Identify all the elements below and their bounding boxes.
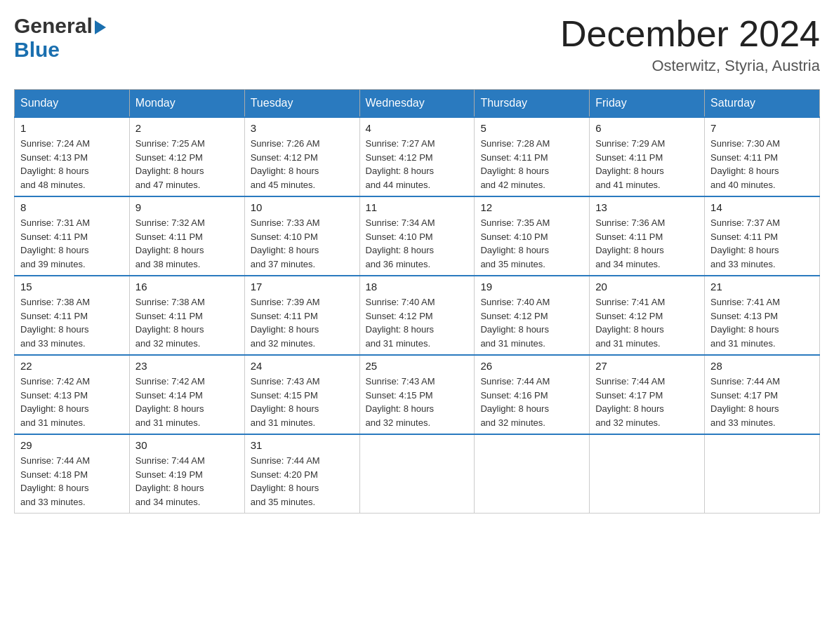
calendar-cell: 29 Sunrise: 7:44 AM Sunset: 4:18 PM Dayl…	[15, 434, 130, 514]
day-info: Sunrise: 7:41 AM Sunset: 4:12 PM Dayligh…	[595, 295, 699, 350]
week-row-4: 22 Sunrise: 7:42 AM Sunset: 4:13 PM Dayl…	[15, 355, 820, 434]
week-row-3: 15 Sunrise: 7:38 AM Sunset: 4:11 PM Dayl…	[15, 276, 820, 355]
day-number: 9	[135, 201, 239, 213]
day-info: Sunrise: 7:37 AM Sunset: 4:11 PM Dayligh…	[710, 216, 814, 271]
calendar-cell: 30 Sunrise: 7:44 AM Sunset: 4:19 PM Dayl…	[129, 434, 244, 514]
week-row-1: 1 Sunrise: 7:24 AM Sunset: 4:13 PM Dayli…	[15, 117, 820, 196]
calendar-cell: 3 Sunrise: 7:26 AM Sunset: 4:12 PM Dayli…	[244, 117, 359, 196]
day-info: Sunrise: 7:41 AM Sunset: 4:13 PM Dayligh…	[710, 295, 814, 350]
header-wednesday: Wednesday	[359, 90, 475, 118]
day-info: Sunrise: 7:25 AM Sunset: 4:12 PM Dayligh…	[135, 137, 239, 192]
day-number: 14	[710, 201, 814, 213]
day-number: 26	[480, 360, 583, 372]
calendar-cell: 13 Sunrise: 7:36 AM Sunset: 4:11 PM Dayl…	[590, 196, 705, 276]
day-number: 8	[20, 201, 124, 213]
logo: General Blue	[14, 14, 106, 62]
day-info: Sunrise: 7:40 AM Sunset: 4:12 PM Dayligh…	[480, 295, 583, 350]
day-number: 22	[20, 360, 124, 372]
day-info: Sunrise: 7:30 AM Sunset: 4:11 PM Dayligh…	[710, 137, 814, 192]
day-number: 17	[251, 281, 354, 293]
day-number: 12	[480, 201, 583, 213]
day-info: Sunrise: 7:36 AM Sunset: 4:11 PM Dayligh…	[595, 216, 699, 271]
calendar-cell: 16 Sunrise: 7:38 AM Sunset: 4:11 PM Dayl…	[129, 276, 244, 355]
day-number: 27	[595, 360, 699, 372]
calendar-cell: 10 Sunrise: 7:33 AM Sunset: 4:10 PM Dayl…	[244, 196, 359, 276]
calendar-table: SundayMondayTuesdayWednesdayThursdayFrid…	[14, 89, 820, 514]
day-info: Sunrise: 7:44 AM Sunset: 4:19 PM Dayligh…	[135, 454, 239, 509]
page-header: General Blue December 2024 Osterwitz, St…	[14, 14, 820, 75]
calendar-cell: 26 Sunrise: 7:44 AM Sunset: 4:16 PM Dayl…	[475, 355, 590, 434]
logo-general: General	[14, 14, 93, 38]
day-info: Sunrise: 7:40 AM Sunset: 4:12 PM Dayligh…	[366, 295, 469, 350]
calendar-cell: 2 Sunrise: 7:25 AM Sunset: 4:12 PM Dayli…	[129, 117, 244, 196]
logo-arrow-icon	[95, 20, 106, 34]
day-number: 21	[710, 281, 814, 293]
location-title: Osterwitz, Styria, Austria	[560, 57, 820, 75]
calendar-cell: 12 Sunrise: 7:35 AM Sunset: 4:10 PM Dayl…	[475, 196, 590, 276]
day-info: Sunrise: 7:42 AM Sunset: 4:14 PM Dayligh…	[135, 375, 239, 429]
day-info: Sunrise: 7:43 AM Sunset: 4:15 PM Dayligh…	[251, 375, 354, 429]
day-number: 11	[366, 201, 469, 213]
title-section: December 2024 Osterwitz, Styria, Austria	[560, 14, 820, 75]
day-number: 19	[480, 281, 583, 293]
day-number: 2	[135, 122, 239, 134]
calendar-cell: 25 Sunrise: 7:43 AM Sunset: 4:15 PM Dayl…	[359, 355, 475, 434]
day-info: Sunrise: 7:35 AM Sunset: 4:10 PM Dayligh…	[480, 216, 583, 271]
calendar-cell: 5 Sunrise: 7:28 AM Sunset: 4:11 PM Dayli…	[475, 117, 590, 196]
day-info: Sunrise: 7:42 AM Sunset: 4:13 PM Dayligh…	[20, 375, 124, 429]
day-info: Sunrise: 7:24 AM Sunset: 4:13 PM Dayligh…	[20, 137, 124, 192]
day-info: Sunrise: 7:34 AM Sunset: 4:10 PM Dayligh…	[366, 216, 469, 271]
calendar-cell	[475, 434, 590, 514]
day-info: Sunrise: 7:38 AM Sunset: 4:11 PM Dayligh…	[20, 295, 124, 350]
day-number: 23	[135, 360, 239, 372]
day-number: 1	[20, 122, 124, 134]
day-info: Sunrise: 7:27 AM Sunset: 4:12 PM Dayligh…	[366, 137, 469, 192]
calendar-cell: 11 Sunrise: 7:34 AM Sunset: 4:10 PM Dayl…	[359, 196, 475, 276]
day-info: Sunrise: 7:38 AM Sunset: 4:11 PM Dayligh…	[135, 295, 239, 350]
week-row-2: 8 Sunrise: 7:31 AM Sunset: 4:11 PM Dayli…	[15, 196, 820, 276]
calendar-cell: 22 Sunrise: 7:42 AM Sunset: 4:13 PM Dayl…	[15, 355, 130, 434]
day-number: 6	[595, 122, 699, 134]
calendar-cell: 23 Sunrise: 7:42 AM Sunset: 4:14 PM Dayl…	[129, 355, 244, 434]
header-tuesday: Tuesday	[244, 90, 359, 118]
calendar-cell: 6 Sunrise: 7:29 AM Sunset: 4:11 PM Dayli…	[590, 117, 705, 196]
day-number: 31	[251, 439, 354, 451]
calendar-cell	[590, 434, 705, 514]
calendar-cell	[359, 434, 475, 514]
day-number: 30	[135, 439, 239, 451]
calendar-cell	[705, 434, 820, 514]
day-info: Sunrise: 7:26 AM Sunset: 4:12 PM Dayligh…	[251, 137, 354, 192]
day-number: 24	[251, 360, 354, 372]
calendar-cell: 4 Sunrise: 7:27 AM Sunset: 4:12 PM Dayli…	[359, 117, 475, 196]
day-info: Sunrise: 7:44 AM Sunset: 4:17 PM Dayligh…	[595, 375, 699, 429]
calendar-cell: 9 Sunrise: 7:32 AM Sunset: 4:11 PM Dayli…	[129, 196, 244, 276]
day-info: Sunrise: 7:44 AM Sunset: 4:20 PM Dayligh…	[251, 454, 354, 509]
logo-blue: Blue	[14, 38, 60, 61]
day-number: 15	[20, 281, 124, 293]
day-number: 3	[251, 122, 354, 134]
day-number: 18	[366, 281, 469, 293]
header-monday: Monday	[129, 90, 244, 118]
day-info: Sunrise: 7:44 AM Sunset: 4:16 PM Dayligh…	[480, 375, 583, 429]
day-number: 13	[595, 201, 699, 213]
day-number: 28	[710, 360, 814, 372]
calendar-cell: 28 Sunrise: 7:44 AM Sunset: 4:17 PM Dayl…	[705, 355, 820, 434]
calendar-cell: 7 Sunrise: 7:30 AM Sunset: 4:11 PM Dayli…	[705, 117, 820, 196]
calendar-cell: 17 Sunrise: 7:39 AM Sunset: 4:11 PM Dayl…	[244, 276, 359, 355]
calendar-cell: 24 Sunrise: 7:43 AM Sunset: 4:15 PM Dayl…	[244, 355, 359, 434]
header-friday: Friday	[590, 90, 705, 118]
calendar-cell: 18 Sunrise: 7:40 AM Sunset: 4:12 PM Dayl…	[359, 276, 475, 355]
calendar-cell: 21 Sunrise: 7:41 AM Sunset: 4:13 PM Dayl…	[705, 276, 820, 355]
day-info: Sunrise: 7:31 AM Sunset: 4:11 PM Dayligh…	[20, 216, 124, 271]
days-header-row: SundayMondayTuesdayWednesdayThursdayFrid…	[15, 90, 820, 118]
day-number: 4	[366, 122, 469, 134]
day-info: Sunrise: 7:32 AM Sunset: 4:11 PM Dayligh…	[135, 216, 239, 271]
calendar-cell: 19 Sunrise: 7:40 AM Sunset: 4:12 PM Dayl…	[475, 276, 590, 355]
day-info: Sunrise: 7:29 AM Sunset: 4:11 PM Dayligh…	[595, 137, 699, 192]
month-title: December 2024	[560, 14, 820, 54]
day-info: Sunrise: 7:28 AM Sunset: 4:11 PM Dayligh…	[480, 137, 583, 192]
calendar-cell: 15 Sunrise: 7:38 AM Sunset: 4:11 PM Dayl…	[15, 276, 130, 355]
day-number: 29	[20, 439, 124, 451]
day-number: 16	[135, 281, 239, 293]
day-number: 7	[710, 122, 814, 134]
